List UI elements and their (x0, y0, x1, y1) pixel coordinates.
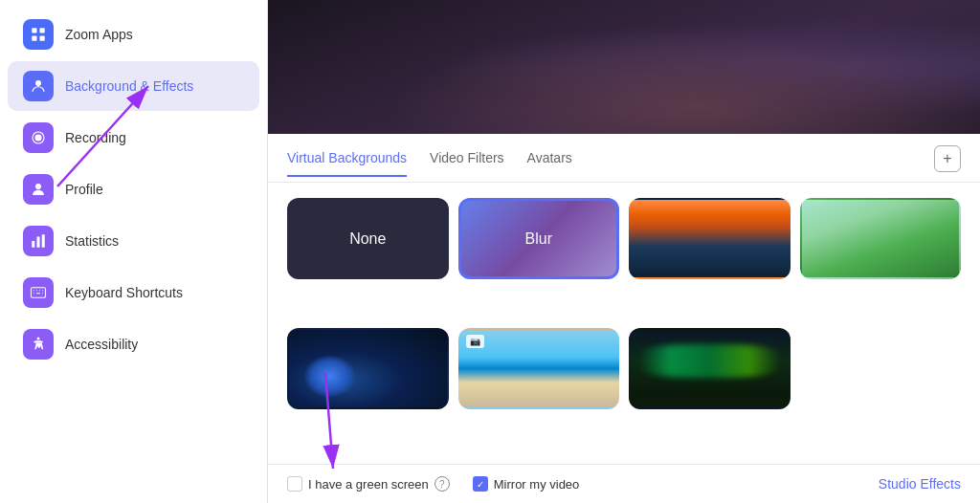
green-screen-checkbox[interactable] (287, 476, 302, 492)
svg-point-7 (35, 184, 41, 189)
svg-point-4 (35, 80, 41, 86)
aurora-effect (631, 344, 789, 378)
background-tile-space[interactable] (287, 328, 449, 409)
backgrounds-grid: NoneBlur📷 (268, 183, 980, 464)
sidebar-item-label: Statistics (65, 233, 119, 249)
background-tile-bridge[interactable] (629, 198, 791, 279)
recording-icon (23, 122, 54, 153)
background-tile-aurora[interactable] (629, 328, 791, 409)
sidebar-item-background-effects[interactable]: Background & Effects (8, 61, 259, 111)
svg-rect-3 (40, 36, 45, 41)
plus-icon: + (943, 150, 951, 167)
keyboard-shortcuts-icon (23, 277, 54, 308)
background-effects-icon (23, 71, 54, 101)
mirror-video-label: Mirror my video (494, 477, 580, 492)
sidebar-item-label: Background & Effects (65, 78, 193, 94)
svg-rect-1 (40, 28, 45, 33)
sidebar-item-label: Keyboard Shortcuts (65, 285, 183, 300)
background-tile-grass[interactable] (800, 198, 962, 279)
sidebar-item-label: Recording (65, 130, 126, 145)
background-tile-blur[interactable]: Blur (458, 198, 620, 279)
background-tile-none[interactable]: None (287, 198, 449, 279)
bottom-bar: I have a green screen ? ✓ Mirror my vide… (268, 464, 980, 503)
add-background-button[interactable]: + (934, 145, 961, 172)
mirror-video-item: ✓ Mirror my video (473, 476, 580, 492)
zoom-apps-icon (23, 19, 54, 50)
background-tile-beach[interactable]: 📷 (458, 328, 620, 409)
green-screen-item: I have a green screen ? (287, 476, 450, 492)
svg-rect-10 (42, 234, 45, 248)
camera-overlay-icon: 📷 (466, 335, 484, 348)
svg-rect-2 (32, 36, 36, 41)
video-preview (268, 0, 980, 134)
sidebar-item-keyboard-shortcuts[interactable]: Keyboard Shortcuts (8, 268, 259, 317)
preview-background (268, 0, 980, 134)
sidebar-item-profile[interactable]: Profile (8, 164, 259, 214)
statistics-icon (23, 226, 54, 256)
none-label: None (349, 230, 386, 248)
green-screen-help-icon[interactable]: ? (434, 476, 450, 492)
sidebar-item-label: Profile (65, 182, 103, 197)
svg-rect-8 (32, 241, 34, 248)
svg-point-12 (37, 338, 40, 340)
green-screen-label: I have a green screen (308, 477, 429, 492)
svg-point-6 (35, 135, 41, 141)
profile-icon (23, 174, 54, 205)
tab-video-filters[interactable]: Video Filters (430, 150, 504, 177)
tab-virtual-backgrounds[interactable]: Virtual Backgrounds (287, 150, 407, 177)
sidebar-item-statistics[interactable]: Statistics (8, 216, 259, 266)
earth-glow (303, 355, 356, 398)
sidebar-item-label: Accessibility (65, 337, 138, 352)
checkmark-icon: ✓ (477, 479, 484, 490)
sidebar-item-recording[interactable]: Recording (8, 113, 259, 163)
sidebar-item-label: Zoom Apps (65, 27, 133, 42)
accessibility-icon (23, 329, 54, 360)
svg-rect-11 (32, 288, 46, 298)
mirror-video-checkbox[interactable]: ✓ (473, 476, 488, 492)
tabs-container: Virtual BackgroundsVideo FiltersAvatars … (268, 134, 980, 183)
sidebar: Zoom AppsBackground & EffectsRecordingPr… (0, 0, 268, 503)
tab-avatars[interactable]: Avatars (527, 150, 572, 177)
sidebar-item-zoom-apps[interactable]: Zoom Apps (8, 10, 259, 59)
studio-effects-link[interactable]: Studio Effects (879, 476, 961, 492)
svg-rect-9 (37, 237, 40, 248)
sidebar-item-accessibility[interactable]: Accessibility (8, 319, 259, 369)
main-content: Virtual BackgroundsVideo FiltersAvatars … (268, 0, 980, 503)
svg-rect-0 (32, 28, 36, 33)
blur-label: Blur (525, 230, 552, 248)
